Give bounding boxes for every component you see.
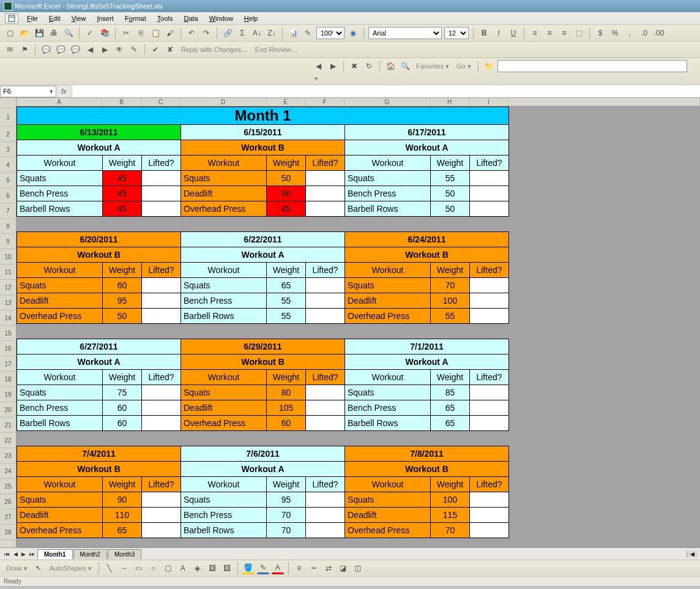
fx-label[interactable]: fx — [56, 88, 72, 95]
col-header-F[interactable]: F — [305, 98, 344, 106]
cell[interactable]: 55 — [267, 309, 306, 324]
cell[interactable]: Lifted? — [306, 477, 345, 492]
draw-menu[interactable]: Draw ▾ — [4, 565, 30, 572]
cell[interactable] — [142, 416, 181, 431]
cell[interactable]: Barbell Rows — [17, 416, 103, 431]
merge-icon[interactable]: ⬚ — [573, 27, 585, 39]
underline-icon[interactable]: U — [507, 27, 519, 39]
comma-icon[interactable]: , — [624, 27, 636, 39]
cell[interactable]: Overhead Press — [345, 309, 431, 324]
cell[interactable]: Workout A — [17, 355, 181, 370]
cell[interactable] — [470, 278, 509, 293]
cell[interactable] — [142, 492, 181, 508]
cell[interactable] — [306, 293, 345, 309]
cell[interactable]: 80 — [267, 385, 306, 400]
cell[interactable]: 45 — [103, 201, 142, 217]
folder-icon[interactable]: 📁 — [483, 60, 495, 72]
cell[interactable]: Weight — [431, 156, 470, 171]
cell[interactable]: Overhead Press — [181, 416, 267, 431]
cell[interactable]: 70 — [267, 508, 306, 523]
cell[interactable]: Bench Press — [345, 186, 431, 201]
cell[interactable]: Overhead Press — [17, 309, 103, 324]
menu-tools[interactable]: Tools — [152, 13, 178, 23]
italic-icon[interactable]: I — [493, 27, 505, 39]
cell[interactable]: 95 — [103, 293, 142, 309]
cell[interactable]: Workout B — [181, 140, 345, 156]
menu-window[interactable]: Window — [204, 13, 238, 23]
cell[interactable]: Overhead Press — [345, 523, 431, 538]
cell[interactable] — [470, 523, 509, 538]
tab-last-icon[interactable]: ⏭ — [28, 551, 37, 557]
cell[interactable]: 70 — [431, 523, 470, 538]
menu-data[interactable]: Data — [179, 13, 203, 23]
select-arrow-icon[interactable]: ↖ — [32, 562, 45, 574]
cell[interactable] — [306, 416, 345, 431]
comment2-icon[interactable]: 💬 — [54, 43, 67, 56]
cell[interactable] — [142, 523, 181, 538]
row-header[interactable]: 16 — [0, 341, 16, 356]
cell[interactable] — [470, 416, 509, 431]
cell[interactable]: Lifted? — [306, 156, 345, 171]
formula-input[interactable] — [72, 85, 700, 97]
row-header[interactable]: 18 — [0, 372, 16, 387]
bold-icon[interactable]: B — [478, 27, 490, 39]
cell[interactable] — [306, 508, 345, 523]
cell[interactable]: Deadlift — [181, 400, 267, 416]
cell[interactable]: Bench Press — [181, 293, 267, 309]
cell[interactable]: 90 — [267, 186, 306, 201]
line-icon[interactable]: ╲ — [103, 562, 116, 574]
drawing-icon[interactable]: ✎ — [302, 27, 314, 39]
flag-icon[interactable]: ⚑ — [18, 43, 31, 56]
menu-help[interactable]: Help — [239, 13, 263, 23]
cell[interactable]: Workout — [345, 156, 431, 171]
cell[interactable]: Deadlift — [345, 293, 431, 309]
col-header-B[interactable]: B — [102, 98, 141, 106]
cell[interactable] — [470, 385, 509, 400]
menu-format[interactable]: Format — [120, 13, 151, 23]
cell[interactable]: Deadlift — [17, 508, 103, 523]
sheet-tab-Month1[interactable]: Month1 — [37, 549, 73, 559]
zoom-select[interactable]: 100% — [316, 27, 344, 39]
save-icon[interactable]: 💾 — [33, 27, 45, 39]
menu-view[interactable]: View — [67, 13, 91, 23]
row-header[interactable]: 12 — [0, 280, 16, 295]
cell[interactable]: Squats — [345, 492, 431, 508]
col-header-H[interactable]: H — [430, 98, 469, 106]
cell[interactable]: 85 — [431, 385, 470, 400]
row-header[interactable]: 25 — [0, 479, 16, 494]
font-family-select[interactable]: Arial — [368, 27, 442, 39]
cell[interactable]: Weight — [267, 263, 306, 278]
row-header[interactable]: 4 — [0, 157, 16, 173]
cell[interactable]: 6/27/2011 — [17, 339, 181, 355]
cell[interactable] — [306, 278, 345, 293]
row-header[interactable]: 2 — [0, 127, 16, 142]
cell[interactable]: Lifted? — [142, 156, 181, 171]
cell[interactable]: Barbell Rows — [181, 309, 267, 324]
cell[interactable]: Weight — [431, 477, 470, 492]
end-review-button[interactable]: End Review… — [253, 46, 300, 53]
cell[interactable] — [470, 400, 509, 416]
row-header[interactable]: 5 — [0, 173, 16, 188]
shadow-icon[interactable]: ◪ — [337, 562, 349, 574]
new-icon[interactable]: ▢ — [4, 27, 16, 39]
forward-icon[interactable]: ▶ — [327, 60, 339, 72]
name-box[interactable]: F6▾ — [0, 86, 56, 97]
arrow-style-icon[interactable]: ⇄ — [322, 562, 335, 574]
cell[interactable]: Squats — [181, 492, 267, 508]
cell[interactable]: Squats — [17, 278, 103, 293]
cell[interactable]: 7/8/2011 — [345, 446, 509, 462]
cell[interactable]: Weight — [431, 263, 470, 278]
cell[interactable] — [142, 508, 181, 523]
cell[interactable] — [306, 492, 345, 508]
cell[interactable]: Workout B — [181, 355, 345, 370]
cell[interactable]: Workout — [345, 370, 431, 385]
cell[interactable]: Bench Press — [345, 400, 431, 416]
row-header[interactable]: 21 — [0, 418, 16, 433]
row-header[interactable]: 1 — [0, 108, 16, 127]
row-header[interactable]: 23 — [0, 448, 16, 463]
sheet-tab-Month3[interactable]: Month3 — [108, 549, 141, 559]
cell[interactable]: Lifted? — [470, 370, 509, 385]
cell[interactable]: 70 — [267, 523, 306, 538]
stop-icon[interactable]: ✖ — [348, 60, 360, 72]
menu-edit[interactable]: Edit — [44, 13, 65, 23]
